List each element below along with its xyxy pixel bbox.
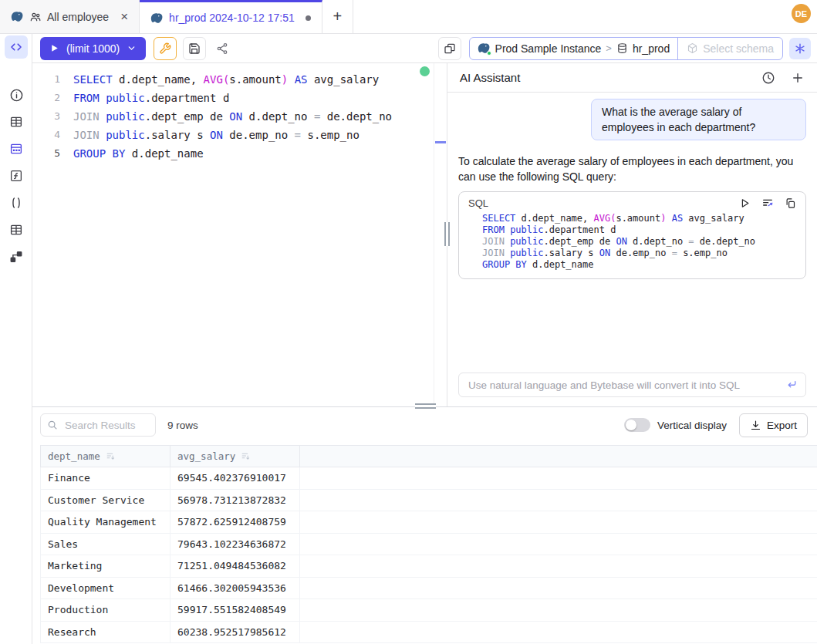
instance-database-crumb[interactable]: Prod Sample Instance > hr_prod [470,38,678,59]
table-row[interactable]: Marketing71251.049484536082 [40,555,817,578]
sidebar-item-schema-diagram[interactable] [5,137,28,160]
table-cell[interactable]: 79643.102234636872 [170,534,300,555]
column-header-dept_name[interactable]: dept_name [41,446,170,467]
line-number: 4 [32,126,60,144]
table-cell[interactable]: Development [41,578,170,599]
vertical-display-toggle[interactable] [624,418,650,432]
select-schema-button[interactable]: Select schema [677,38,782,59]
sort-icon [106,451,116,461]
table-row[interactable]: Development61466.302005943536 [40,578,817,600]
sidebar-item-functions[interactable] [5,164,28,187]
code-line: JOIN public.dept_emp de ON d.dept_no = d… [469,236,796,248]
header-filler [300,446,817,467]
column-header-label: avg_salary [177,450,235,462]
table-row[interactable]: Customer Service56978.731213872832 [40,490,817,512]
save-sheet-button[interactable] [183,37,206,60]
close-icon[interactable]: × [120,10,128,23]
breadcrumb-separator: > [606,42,612,54]
code-line[interactable]: 2FROM public.department d [32,89,447,107]
ai-assistant-panel: AI Assistant What is the average salary … [447,63,817,406]
select-schema-placeholder: Select schema [703,42,774,55]
sql-code-editor[interactable]: 1SELECT d.dept_name, AVG(s.amount) AS av… [32,63,447,406]
postgres-icon [11,10,24,23]
connection-breadcrumb[interactable]: Prod Sample Instance > hr_prod Select sc… [469,37,783,60]
avatar[interactable]: DE [792,4,811,23]
ai-assistant-header: AI Assistant [447,63,817,93]
ai-prompt-input[interactable] [458,373,806,397]
batch-query-button[interactable] [438,37,461,60]
results-table-header: dept_nameavg_salary [40,445,817,467]
table-cell[interactable]: 56978.731213872832 [170,490,300,511]
panel-resize-handle-vertical[interactable] [444,222,450,246]
sidebar-item-info[interactable] [5,83,28,106]
table-row[interactable]: Sales79643.102234636872 [40,534,817,556]
code-line[interactable]: 4JOIN public.salary s ON de.emp_no = s.e… [32,126,447,144]
table-cell[interactable]: 61466.302005943536 [170,578,300,599]
table-cell[interactable]: Finance [41,467,170,489]
history-clock-icon [761,71,775,85]
table-cell[interactable]: 57872.625912408759 [170,511,300,533]
editor-toolbar: (limit 1000) Prod Sample Instance > [32,34,817,63]
panel-resize-handle-horizontal[interactable] [415,403,436,409]
table-cell[interactable]: 60238.952517985612 [170,622,300,643]
chat-thread: What is the average salary of employees … [447,93,817,373]
team-icon [29,11,42,23]
table-cell[interactable]: 69545.402376910017 [170,467,300,489]
instance-name: Prod Sample Instance [495,42,602,55]
new-tab-button[interactable]: + [322,0,353,33]
function-icon [9,169,23,183]
sort-icon [241,451,251,461]
code-line[interactable]: 3JOIN public.dept_emp de ON d.dept_no = … [32,107,447,126]
tab-all-employee[interactable]: All employee × [0,0,140,33]
schema-cube-icon [687,42,698,54]
save-icon [188,42,201,55]
editor-scrollbar[interactable] [434,63,434,406]
ai-assistant-button[interactable] [789,38,811,59]
table-cell[interactable]: Research [41,622,170,643]
download-icon [750,420,761,431]
sidebar-item-tables[interactable] [5,110,28,133]
run-sql-icon [739,197,751,209]
table-cell[interactable]: Production [41,599,170,621]
table-cell[interactable]: Customer Service [41,490,170,511]
run-query-button[interactable]: (limit 1000) [40,37,146,60]
connection-status-dot [420,66,430,76]
table-cell[interactable]: Sales [41,534,170,555]
postgres-icon [478,42,491,55]
table-cell[interactable]: Marketing [41,555,170,577]
line-number: 2 [32,89,60,107]
chat-history-button[interactable] [761,71,775,85]
tab-hr-prod[interactable]: hr_prod 2024-10-12 17:51 [140,0,322,33]
export-button[interactable]: Export [739,413,808,437]
table-row[interactable]: Finance69545.402376910017 [40,467,817,490]
database-icon [616,42,628,54]
share-button[interactable] [211,37,234,60]
line-number: 5 [32,144,60,163]
table-cell[interactable]: 59917.551582408549 [170,599,300,621]
results-table: dept_nameavg_salary Finance69545.4023769… [40,445,817,643]
table-cell[interactable]: Quality Management [41,511,170,533]
tab-bar: All employee × hr_prod 2024-10-12 17:51 … [0,0,817,34]
sidebar-item-external-tables[interactable] [5,218,28,241]
insert-into-editor-button[interactable] [761,197,774,209]
sidebar-item-sql-editor[interactable] [5,35,28,59]
table-row[interactable]: Quality Management57872.625912408759 [40,511,817,534]
code-line[interactable]: 1SELECT d.dept_name, AVG(s.amount) AS av… [32,70,447,89]
sql-card-header: SQL [459,192,805,210]
toggle-knob [626,420,636,430]
tab-label: hr_prod 2024-10-12 17:51 [169,12,295,24]
new-chat-button[interactable] [791,71,805,85]
table-row[interactable]: Research60238.952517985612 [40,622,817,644]
sidebar-item-procedures[interactable] [5,191,28,214]
flow-icon [9,250,23,264]
code-line[interactable]: 5GROUP BY d.dept_name [32,144,447,163]
column-header-avg_salary[interactable]: avg_salary [170,446,300,467]
scrollbar-marker [435,141,446,143]
copy-sql-button[interactable] [785,197,796,209]
sidebar-item-lineage[interactable] [5,245,28,268]
format-sql-button[interactable] [154,37,177,60]
run-suggested-sql-button[interactable] [739,197,751,209]
table-cell[interactable]: 71251.049484536082 [170,555,300,577]
table-row[interactable]: Production59917.551582408549 [40,599,817,622]
copy-icon [785,197,796,209]
